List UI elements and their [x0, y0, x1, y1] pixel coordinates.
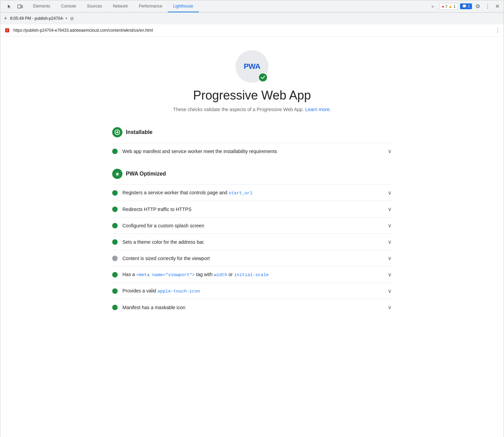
audit-status-dot — [112, 239, 118, 245]
audit-item-theme-color[interactable]: Sets a theme color for the address bar. … — [112, 233, 392, 250]
installable-section-header: Installable — [112, 123, 392, 141]
audit-text: Configured for a custom splash screen — [122, 223, 385, 228]
error-warning-badge[interactable]: ● 7 ▲ 1 — [439, 3, 458, 10]
audit-status-dot — [112, 256, 118, 261]
pwa-optimized-icon: ★ — [112, 169, 122, 179]
tab-bar: Elements Console Sources Network Perform… — [0, 0, 504, 13]
audit-text: Provides a valid apple-touch-icon — [122, 288, 385, 294]
tab-performance[interactable]: Performance — [133, 0, 168, 12]
chevron-icon: ∨ — [388, 148, 392, 154]
tab-more-button[interactable]: » — [429, 0, 436, 12]
audit-text: Registers a service worker that controls… — [122, 190, 385, 196]
audit-item-meta-viewport[interactable]: Has a <meta name="viewport"> tag with wi… — [112, 266, 392, 283]
pwa-circle: PWA — [236, 50, 268, 83]
audit-item-viewport-size[interactable]: Content is sized correctly for the viewp… — [112, 250, 392, 266]
pwa-logo-text: PWA — [244, 62, 261, 71]
audit-status-dot — [112, 305, 118, 310]
tab-console[interactable]: Console — [56, 0, 81, 12]
content-area[interactable]: PWA Progressive Web App These checks val… — [0, 36, 504, 437]
tab-right-controls: ● 7 ▲ 1 💬 1 ⚙ ⋮ ✕ — [436, 0, 504, 12]
installable-section-title: Installable — [126, 129, 152, 135]
audit-text: Sets a theme color for the address bar. — [122, 239, 385, 245]
audit-text: Web app manifest and service worker meet… — [122, 149, 385, 154]
audit-text: Redirects HTTP traffic to HTTPS — [122, 207, 385, 212]
tab-bar-icons — [2, 0, 28, 12]
message-icon: 💬 — [462, 4, 467, 8]
audit-item-installable[interactable]: Web app manifest and service worker meet… — [112, 143, 392, 159]
tab-list: Elements Console Sources Network Perform… — [28, 0, 429, 12]
audit-item-https[interactable]: Redirects HTTP traffic to HTTPS ∨ — [112, 201, 392, 217]
session-dropdown-icon[interactable]: ▾ — [65, 16, 67, 20]
tab-sources[interactable]: Sources — [81, 0, 107, 12]
chevron-icon: ∨ — [388, 255, 392, 261]
address-bar-row: + 8:05:49 PM - publish-p24704- ▾ ⊘ — [0, 13, 504, 24]
audit-item-maskable-icon[interactable]: Manifest has a maskable icon ∨ — [112, 299, 392, 315]
block-icon[interactable]: ⊘ — [70, 16, 74, 21]
page-subtitle: These checks validate the aspects of a P… — [112, 107, 392, 112]
pwa-optimized-section-header: ★ PWA Optimized — [112, 165, 392, 183]
devtools-chrome: Elements Console Sources Network Perform… — [0, 0, 504, 437]
pwa-optimized-section-title: PWA Optimized — [126, 171, 166, 177]
tab-lighthouse[interactable]: Lighthouse — [168, 0, 199, 12]
page-title: Progressive Web App — [112, 88, 392, 103]
security-icon: ! — [4, 27, 11, 34]
more-options-icon[interactable]: ⋮ — [484, 3, 492, 10]
new-tab-button[interactable]: + — [4, 15, 8, 21]
audit-item-splash[interactable]: Configured for a custom splash screen ∨ — [112, 217, 392, 233]
close-devtools-icon[interactable]: ✕ — [494, 3, 501, 10]
learn-more-link[interactable]: Learn more — [305, 107, 330, 112]
audit-text: Manifest has a maskable icon — [122, 305, 385, 310]
tab-elements[interactable]: Elements — [28, 0, 56, 12]
audit-item-apple-touch-icon[interactable]: Provides a valid apple-touch-icon ∨ — [112, 283, 392, 299]
audit-status-dot — [112, 149, 118, 154]
installable-icon — [112, 127, 122, 137]
error-icon: ● — [442, 4, 444, 9]
chevron-icon: ∨ — [388, 222, 392, 229]
audit-status-dot — [112, 190, 118, 196]
url-bar-row: ! https://publish-p24704-e76433.adobeaem… — [0, 24, 504, 36]
chevron-icon: ∨ — [388, 206, 392, 212]
audit-status-dot — [112, 272, 118, 277]
chevron-icon: ∨ — [388, 239, 392, 245]
audit-status-dot — [112, 223, 118, 228]
audit-status-dot — [112, 288, 118, 294]
message-badge[interactable]: 💬 1 — [460, 3, 472, 9]
device-toggle-icon[interactable] — [15, 2, 25, 11]
chevron-icon: ∨ — [388, 288, 392, 294]
svg-rect-0 — [18, 5, 21, 8]
tab-network[interactable]: Network — [107, 0, 133, 12]
settings-icon[interactable]: ⚙ — [474, 3, 481, 10]
session-text: 8:05:49 PM - publish-p24704- — [10, 16, 64, 21]
svg-rect-1 — [21, 5, 23, 8]
session-info: 8:05:49 PM - publish-p24704- ▾ — [10, 16, 67, 21]
audit-status-dot — [112, 207, 118, 212]
audit-text: Has a <meta name="viewport"> tag with wi… — [122, 272, 385, 277]
pwa-check-badge — [258, 73, 268, 82]
chevron-icon: ∨ — [388, 190, 392, 196]
select-tool-icon[interactable] — [4, 2, 14, 11]
url-more-icon[interactable]: ⋮ — [495, 27, 500, 33]
warning-icon: ▲ — [448, 4, 453, 9]
svg-text:!: ! — [7, 29, 8, 32]
chevron-icon: ∨ — [388, 304, 392, 311]
audit-text: Content is sized correctly for the viewp… — [122, 256, 385, 261]
main-content: PWA Progressive Web App These checks val… — [99, 36, 405, 322]
pwa-icon-container: PWA — [112, 50, 392, 83]
url-text: https://publish-p24704-e76433.adobeaemcl… — [13, 28, 492, 33]
chevron-icon: ∨ — [388, 271, 392, 278]
audit-item-service-worker[interactable]: Registers a service worker that controls… — [112, 184, 392, 201]
